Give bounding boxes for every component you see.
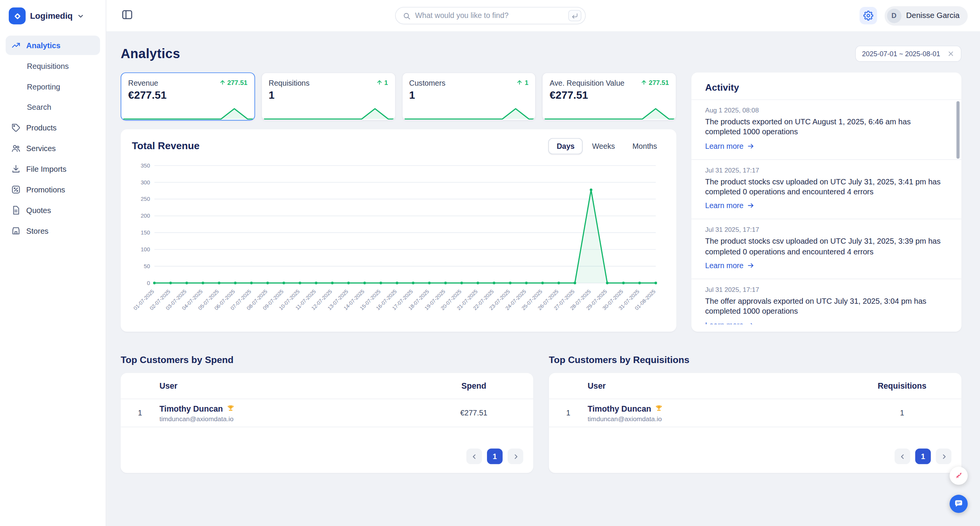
pagination-next-button[interactable]	[508, 448, 523, 464]
logo-text: Logimediq	[30, 11, 72, 20]
stat-card-customers[interactable]: Customers 1 1	[402, 72, 536, 121]
arrow-up-icon	[219, 79, 225, 85]
sidebar-item-search[interactable]: Search	[6, 98, 100, 117]
topbar: D Denisse Garcia	[106, 0, 980, 31]
tab-days[interactable]: Days	[549, 138, 583, 154]
stat-value: €277.51	[128, 90, 247, 102]
sidebar-item-label: Stores	[26, 226, 49, 235]
pagination-prev-button[interactable]	[466, 448, 482, 464]
chart-granularity-tabs: DaysWeeksMonths	[549, 138, 665, 154]
sidebar-item-products[interactable]: Products	[6, 118, 100, 138]
line-chart-icon	[11, 41, 20, 50]
user-menu[interactable]: D Denisse Garcia	[884, 6, 968, 26]
pagination-page-button[interactable]: 1	[487, 448, 503, 464]
workspace-switcher[interactable]: Logimediq	[0, 0, 106, 31]
svg-text:350: 350	[140, 163, 150, 169]
settings-button[interactable]	[859, 7, 877, 24]
svg-text:100: 100	[140, 246, 150, 252]
activity-panel: Activity Aug 1 2025, 08:08 The products …	[691, 72, 961, 332]
total-revenue-chart: 05010015020025030035001-07-202502-07-202…	[132, 158, 665, 324]
logimediq-logo-icon	[9, 8, 26, 24]
sidebar-nav: AnalyticsRequisitionsReportingSearchProd…	[0, 31, 106, 246]
stat-card-revenue[interactable]: Revenue 277.51 €277.51	[121, 72, 255, 121]
stat-label: Revenue	[128, 79, 158, 88]
file-import-icon	[11, 164, 20, 173]
total-revenue-line-chart: 05010015020025030035001-07-202502-07-202…	[132, 158, 661, 322]
svg-text:200: 200	[140, 213, 150, 219]
chevron-left-icon	[898, 453, 906, 460]
sidebar-item-reporting[interactable]: Reporting	[6, 77, 100, 96]
quotes-icon	[11, 205, 20, 215]
rank-cell: 1	[549, 409, 588, 417]
product-tour-button[interactable]	[950, 467, 968, 485]
learn-more-link[interactable]: Learn more	[705, 321, 755, 324]
search-input[interactable]	[415, 11, 564, 20]
promotions-icon	[11, 185, 20, 194]
table-row: 1 Timothy Duncan timduncan@axiomdata.io …	[549, 399, 962, 427]
users-icon	[11, 144, 20, 153]
stat-sparkline	[402, 107, 535, 121]
chat-button[interactable]	[950, 495, 968, 513]
sidebar-item-analytics[interactable]: Analytics	[6, 36, 100, 55]
activity-time: Jul 31 2025, 17:17	[705, 285, 948, 293]
customer-email: timduncan@axiomdata.io	[588, 414, 843, 422]
pagination-next-button[interactable]	[936, 448, 952, 464]
value-cell: €277.51	[415, 409, 533, 417]
activity-entry: Jul 31 2025, 17:17 The offer approvals e…	[691, 278, 961, 324]
tab-months[interactable]: Months	[624, 138, 665, 154]
top-customers-by-spend: Top Customers by Spend User Spend 1 Timo…	[121, 354, 533, 473]
learn-more-label: Learn more	[705, 321, 743, 324]
learn-more-link[interactable]: Learn more	[705, 201, 755, 210]
sidebar-item-requisitions[interactable]: Requisitions	[6, 56, 100, 76]
sidebar-item-file-imports[interactable]: File Imports	[6, 159, 100, 179]
customer-name[interactable]: Timothy Duncan	[159, 404, 414, 413]
chart-title: Total Revenue	[132, 140, 200, 151]
avatar: D	[887, 8, 901, 23]
svg-text:50: 50	[144, 263, 150, 269]
sidebar-item-label: Reporting	[27, 82, 60, 91]
sidebar-item-label: Products	[26, 124, 57, 132]
arrow-up-icon	[376, 79, 382, 85]
customer-name[interactable]: Timothy Duncan	[588, 404, 843, 413]
chat-bubble-icon	[954, 499, 963, 508]
activity-scrollbar[interactable]	[956, 101, 959, 159]
arrow-up-icon	[641, 79, 647, 85]
svg-text:0: 0	[147, 280, 150, 286]
learn-more-link[interactable]: Learn more	[705, 142, 755, 150]
column-header-user: User	[159, 381, 414, 390]
stat-sparkline	[121, 107, 254, 121]
pagination: 1	[549, 448, 962, 473]
table-header: User Requisitions	[549, 373, 962, 399]
stat-delta: 1	[376, 79, 388, 86]
page-title: Analytics	[121, 46, 180, 61]
svg-text:300: 300	[140, 179, 150, 186]
stat-delta: 277.51	[641, 79, 669, 86]
sidebar-item-promotions[interactable]: Promotions	[6, 180, 100, 199]
close-icon[interactable]	[947, 50, 955, 58]
sidebar-item-services[interactable]: Services	[6, 139, 100, 158]
sidebar-item-stores[interactable]: Stores	[6, 221, 100, 241]
arrow-up-icon	[517, 79, 523, 85]
enter-key-icon	[568, 10, 581, 21]
sidebar: Logimediq AnalyticsRequisitionsReporting…	[0, 0, 106, 526]
sidebar-item-label: Quotes	[26, 206, 51, 215]
global-search[interactable]	[395, 7, 586, 24]
sidebar-item-quotes[interactable]: Quotes	[6, 200, 100, 220]
pagination-prev-button[interactable]	[895, 448, 910, 464]
activity-entry: Jul 31 2025, 17:17 The product stocks cs…	[691, 219, 961, 278]
date-range-filter[interactable]: 2025-07-01 ~ 2025-08-01	[855, 46, 962, 62]
stat-card-requisitions[interactable]: Requisitions 1 1	[261, 72, 395, 121]
stat-card-ave-requisition-value[interactable]: Ave. Requisition Value 277.51 €277.51	[542, 72, 676, 121]
pagination-page-button[interactable]: 1	[915, 448, 931, 464]
sidebar-item-label: File Imports	[26, 164, 67, 173]
collapse-sidebar-button[interactable]	[121, 9, 133, 21]
table-card: User Spend 1 Timothy Duncan timduncan@ax…	[121, 373, 533, 473]
activity-text: The product stocks csv uploaded on UTC J…	[705, 177, 948, 197]
svg-text:150: 150	[140, 230, 150, 236]
stores-icon	[11, 226, 20, 235]
table-card: User Requisitions 1 Timothy Duncan timdu…	[549, 373, 962, 473]
activity-time: Jul 31 2025, 17:17	[705, 166, 948, 174]
tab-weeks[interactable]: Weeks	[584, 138, 623, 154]
tag-icon	[11, 123, 20, 132]
learn-more-link[interactable]: Learn more	[705, 261, 755, 270]
